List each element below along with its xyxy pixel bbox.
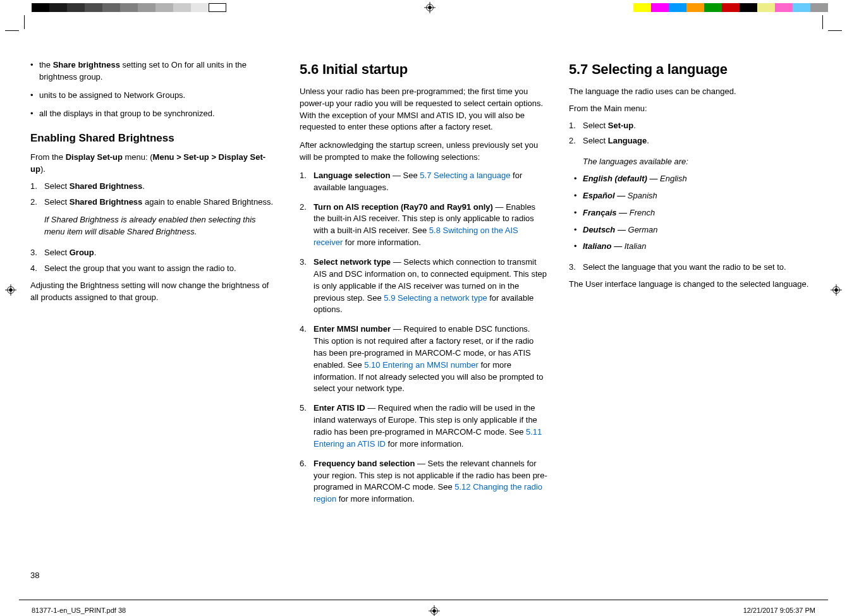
ordered-steps: Language selection — See 5.7 Selecting a… [300,170,547,505]
grayscale-swatches [32,3,226,12]
page-content: the Share brightness setting set to On f… [0,15,847,565]
column-1: the Share brightness setting set to On f… [30,59,278,559]
list-item: Select Shared Brightness again to enable… [44,196,278,208]
list-item: Italiano — Italian [583,241,817,253]
section-heading: 5.6 Initial startup [300,59,547,80]
bullet-list: the Share brightness setting set to On f… [30,59,278,119]
body-text: Unless your radio has been pre-programme… [300,86,547,133]
section-heading: 5.7 Selecting a language [569,59,817,80]
list-item: Select Shared Brightness. [44,181,278,193]
list-item: Español — Spanish [583,190,817,202]
list-item: Select the group that you want to assign… [44,263,278,275]
body-text: The User interface language is changed t… [569,279,817,291]
column-2: 5.6 Initial startup Unless your radio ha… [300,59,547,559]
body-text: From the Main menu: [569,103,817,115]
list-item: Français — French [583,207,817,219]
list-item: units to be assigned to Network Groups. [39,90,278,102]
body-text: The language the radio uses can be chang… [569,86,817,98]
text: the [39,60,53,69]
body-text-italic: The languages available are: [583,156,817,168]
printer-calibration-top [0,0,847,15]
list-item: the Share brightness setting set to On f… [39,59,278,83]
footer-timestamp: 12/21/2017 9:05:37 PM [743,606,815,616]
ordered-steps: Select Shared Brightness. Select Shared … [30,181,278,208]
cross-ref-link[interactable]: 5.10 Entering an MMSI number [364,360,478,370]
list-item: Select network type — Selects which conn… [314,257,547,316]
text: units to be assigned to Network Groups. [39,90,185,100]
body-text: After acknowledging the startup screen, … [300,140,547,164]
list-item: Turn on AIS reception (Ray70 and Ray91 o… [314,202,547,249]
registration-mark-icon [424,2,436,13]
registration-mark-icon [831,284,842,296]
ordered-steps: Select Set-up. Select Language. [569,120,817,148]
list-item: Select Group. [44,247,278,259]
list-item: Enter MMSI number — Required to enable D… [314,323,547,395]
list-item: Select the language that you want the ra… [583,262,817,274]
ordered-steps: Select the language that you want the ra… [569,262,817,274]
text-bold: Share brightness [53,60,120,69]
subsection-heading: Enabling Shared Brightness [30,131,278,147]
body-text: Adjusting the Brightness setting will no… [30,280,278,304]
column-3: 5.7 Selecting a language The language th… [569,59,817,559]
cross-ref-link[interactable]: 5.9 Selecting a network type [384,293,487,303]
note-text: If Shared Brightness is already enabled … [44,214,278,238]
registration-mark-icon [429,605,440,616]
list-item: Language selection — See 5.7 Selecting a… [314,170,547,194]
list-item: Select Set-up. [583,120,817,132]
list-item: Frequency band selection — Sets the rele… [314,458,547,505]
page-number: 38 [0,565,847,587]
list-item: Enter ATIS ID — Required when the radio … [314,402,547,450]
list-item: English (default) — English [583,173,817,185]
body-text: From the Display Set-up menu: (Menu > Se… [30,152,278,176]
registration-mark-icon [5,284,16,296]
language-list: English (default) — English Español — Sp… [569,173,817,253]
ordered-steps: Select Group. Select the group that you … [30,247,278,275]
text: all the displays in that group to be syn… [39,109,215,118]
cross-ref-link[interactable]: 5.7 Selecting a language [420,171,510,180]
list-item: all the displays in that group to be syn… [39,108,278,120]
footer-filename: 81377-1-en_US_PRINT.pdf 38 [32,606,126,616]
list-item: Deutsch — German [583,224,817,236]
print-footer: 81377-1-en_US_PRINT.pdf 38 12/21/2017 9:… [19,600,828,616]
color-swatches [633,3,828,12]
list-item: Select Language. [583,135,817,147]
